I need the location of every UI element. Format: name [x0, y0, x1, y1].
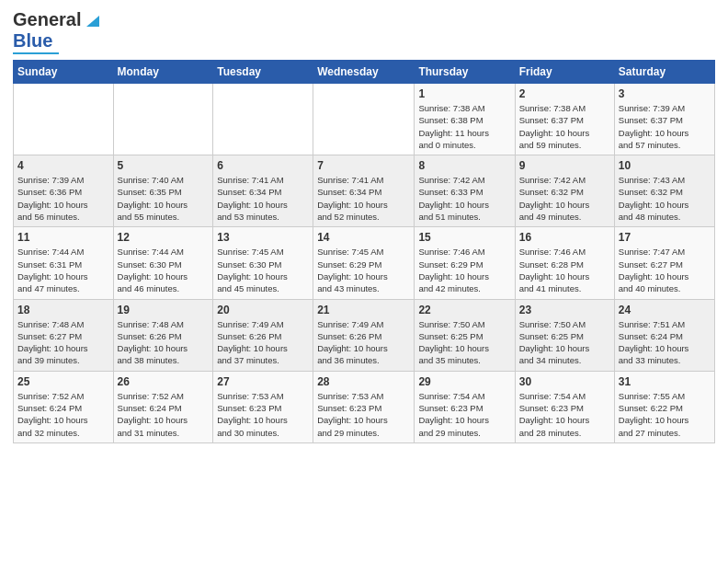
day-number: 31 — [619, 375, 711, 388]
calendar-day-cell: 11Sunrise: 7:44 AM Sunset: 6:31 PM Dayli… — [14, 227, 114, 299]
day-number: 20 — [217, 304, 309, 316]
day-number: 2 — [519, 87, 610, 100]
calendar-day-cell — [313, 84, 415, 155]
logo-blue-text: Blue — [13, 30, 52, 52]
day-info: Sunrise: 7:53 AM Sunset: 6:23 PM Dayligh… — [217, 390, 309, 439]
day-number: 30 — [519, 375, 610, 388]
calendar-day-cell: 19Sunrise: 7:48 AM Sunset: 6:26 PM Dayli… — [113, 299, 213, 371]
calendar-day-cell: 1Sunrise: 7:38 AM Sunset: 6:38 PM Daylig… — [415, 84, 515, 155]
day-info: Sunrise: 7:49 AM Sunset: 6:26 PM Dayligh… — [217, 318, 309, 367]
day-number: 16 — [519, 231, 610, 244]
calendar-day-header: Sunday — [14, 61, 114, 84]
calendar-day-cell: 15Sunrise: 7:46 AM Sunset: 6:29 PM Dayli… — [415, 227, 515, 299]
calendar-day-cell: 18Sunrise: 7:48 AM Sunset: 6:27 PM Dayli… — [14, 299, 114, 371]
calendar-day-cell: 30Sunrise: 7:54 AM Sunset: 6:23 PM Dayli… — [515, 371, 614, 442]
day-number: 10 — [619, 159, 711, 172]
calendar-day-cell: 23Sunrise: 7:50 AM Sunset: 6:25 PM Dayli… — [515, 299, 614, 371]
svg-marker-0 — [86, 16, 99, 27]
calendar-day-cell: 28Sunrise: 7:53 AM Sunset: 6:23 PM Dayli… — [313, 371, 415, 442]
day-info: Sunrise: 7:50 AM Sunset: 6:25 PM Dayligh… — [418, 318, 510, 367]
calendar-day-cell: 25Sunrise: 7:52 AM Sunset: 6:24 PM Dayli… — [14, 371, 114, 442]
day-number: 12 — [118, 231, 210, 244]
calendar-day-cell: 26Sunrise: 7:52 AM Sunset: 6:24 PM Dayli… — [113, 371, 213, 442]
day-number: 9 — [519, 159, 610, 172]
calendar-table: SundayMondayTuesdayWednesdayThursdayFrid… — [13, 60, 715, 443]
day-number: 13 — [217, 231, 309, 244]
day-info: Sunrise: 7:42 AM Sunset: 6:33 PM Dayligh… — [418, 174, 510, 223]
calendar-day-header: Wednesday — [313, 61, 415, 84]
day-info: Sunrise: 7:39 AM Sunset: 6:36 PM Dayligh… — [17, 174, 109, 223]
calendar-day-cell — [14, 84, 114, 155]
day-info: Sunrise: 7:52 AM Sunset: 6:24 PM Dayligh… — [118, 390, 210, 439]
day-number: 17 — [619, 231, 711, 244]
calendar-day-cell: 17Sunrise: 7:47 AM Sunset: 6:27 PM Dayli… — [614, 227, 714, 299]
day-info: Sunrise: 7:38 AM Sunset: 6:38 PM Dayligh… — [418, 102, 510, 151]
calendar-day-header: Saturday — [614, 61, 714, 84]
day-number: 22 — [418, 304, 510, 316]
calendar-day-cell: 29Sunrise: 7:54 AM Sunset: 6:23 PM Dayli… — [415, 371, 515, 442]
calendar-day-cell: 12Sunrise: 7:44 AM Sunset: 6:30 PM Dayli… — [113, 227, 213, 299]
calendar-week-row: 11Sunrise: 7:44 AM Sunset: 6:31 PM Dayli… — [14, 227, 715, 299]
calendar-day-cell: 27Sunrise: 7:53 AM Sunset: 6:23 PM Dayli… — [213, 371, 313, 442]
day-info: Sunrise: 7:38 AM Sunset: 6:37 PM Dayligh… — [519, 102, 610, 151]
day-info: Sunrise: 7:46 AM Sunset: 6:28 PM Dayligh… — [519, 246, 610, 294]
calendar-day-header: Thursday — [415, 61, 515, 84]
day-number: 8 — [418, 159, 510, 172]
day-info: Sunrise: 7:53 AM Sunset: 6:23 PM Dayligh… — [317, 390, 410, 439]
day-number: 24 — [619, 304, 711, 316]
day-info: Sunrise: 7:42 AM Sunset: 6:32 PM Dayligh… — [519, 174, 610, 223]
day-number: 19 — [118, 304, 210, 316]
day-number: 7 — [317, 159, 410, 172]
calendar-day-cell: 31Sunrise: 7:55 AM Sunset: 6:22 PM Dayli… — [614, 371, 714, 442]
calendar-day-cell: 10Sunrise: 7:43 AM Sunset: 6:32 PM Dayli… — [614, 155, 714, 227]
day-info: Sunrise: 7:44 AM Sunset: 6:31 PM Dayligh… — [17, 246, 109, 294]
day-info: Sunrise: 7:51 AM Sunset: 6:24 PM Dayligh… — [619, 318, 711, 367]
day-info: Sunrise: 7:45 AM Sunset: 6:29 PM Dayligh… — [317, 246, 410, 294]
calendar-week-row: 1Sunrise: 7:38 AM Sunset: 6:38 PM Daylig… — [14, 84, 715, 155]
day-number: 14 — [317, 231, 410, 244]
calendar-week-row: 25Sunrise: 7:52 AM Sunset: 6:24 PM Dayli… — [14, 371, 715, 442]
day-info: Sunrise: 7:43 AM Sunset: 6:32 PM Dayligh… — [619, 174, 711, 223]
calendar-day-cell: 14Sunrise: 7:45 AM Sunset: 6:29 PM Dayli… — [313, 227, 415, 299]
day-info: Sunrise: 7:52 AM Sunset: 6:24 PM Dayligh… — [17, 390, 109, 439]
day-info: Sunrise: 7:54 AM Sunset: 6:23 PM Dayligh… — [519, 390, 610, 439]
calendar-day-cell: 8Sunrise: 7:42 AM Sunset: 6:33 PM Daylig… — [415, 155, 515, 227]
day-info: Sunrise: 7:54 AM Sunset: 6:23 PM Dayligh… — [418, 390, 510, 439]
day-info: Sunrise: 7:50 AM Sunset: 6:25 PM Dayligh… — [519, 318, 610, 367]
day-number: 27 — [217, 375, 309, 388]
day-number: 21 — [317, 304, 410, 316]
day-number: 5 — [118, 159, 210, 172]
day-number: 18 — [17, 304, 109, 316]
day-info: Sunrise: 7:45 AM Sunset: 6:30 PM Dayligh… — [217, 246, 309, 294]
page: General Blue SundayMondayTuesdayWednesda… — [0, 0, 728, 456]
day-number: 25 — [17, 375, 109, 388]
calendar-day-cell: 13Sunrise: 7:45 AM Sunset: 6:30 PM Dayli… — [213, 227, 313, 299]
day-number: 6 — [217, 159, 309, 172]
calendar-day-cell: 20Sunrise: 7:49 AM Sunset: 6:26 PM Dayli… — [213, 299, 313, 371]
day-info: Sunrise: 7:44 AM Sunset: 6:30 PM Dayligh… — [118, 246, 210, 294]
calendar-day-header: Tuesday — [213, 61, 313, 84]
calendar-day-cell — [113, 84, 213, 155]
calendar-day-header: Friday — [515, 61, 614, 84]
calendar-day-cell: 24Sunrise: 7:51 AM Sunset: 6:24 PM Dayli… — [614, 299, 714, 371]
day-info: Sunrise: 7:39 AM Sunset: 6:37 PM Dayligh… — [619, 102, 711, 151]
calendar-day-header: Monday — [113, 61, 213, 84]
day-info: Sunrise: 7:40 AM Sunset: 6:35 PM Dayligh… — [118, 174, 210, 223]
day-number: 11 — [17, 231, 109, 244]
calendar-day-cell: 7Sunrise: 7:41 AM Sunset: 6:34 PM Daylig… — [313, 155, 415, 227]
header: General Blue — [13, 9, 715, 54]
logo-underline — [13, 52, 59, 54]
calendar-day-cell: 3Sunrise: 7:39 AM Sunset: 6:37 PM Daylig… — [614, 84, 714, 155]
calendar-week-row: 4Sunrise: 7:39 AM Sunset: 6:36 PM Daylig… — [14, 155, 715, 227]
calendar-day-cell: 6Sunrise: 7:41 AM Sunset: 6:34 PM Daylig… — [213, 155, 313, 227]
calendar-header-row: SundayMondayTuesdayWednesdayThursdayFrid… — [14, 61, 715, 84]
day-number: 4 — [17, 159, 109, 172]
day-info: Sunrise: 7:41 AM Sunset: 6:34 PM Dayligh… — [217, 174, 309, 223]
day-number: 23 — [519, 304, 610, 316]
calendar-day-cell: 21Sunrise: 7:49 AM Sunset: 6:26 PM Dayli… — [313, 299, 415, 371]
day-info: Sunrise: 7:46 AM Sunset: 6:29 PM Dayligh… — [418, 246, 510, 294]
calendar-week-row: 18Sunrise: 7:48 AM Sunset: 6:27 PM Dayli… — [14, 299, 715, 371]
calendar-day-cell — [213, 84, 313, 155]
day-number: 3 — [619, 87, 711, 100]
day-number: 15 — [418, 231, 510, 244]
